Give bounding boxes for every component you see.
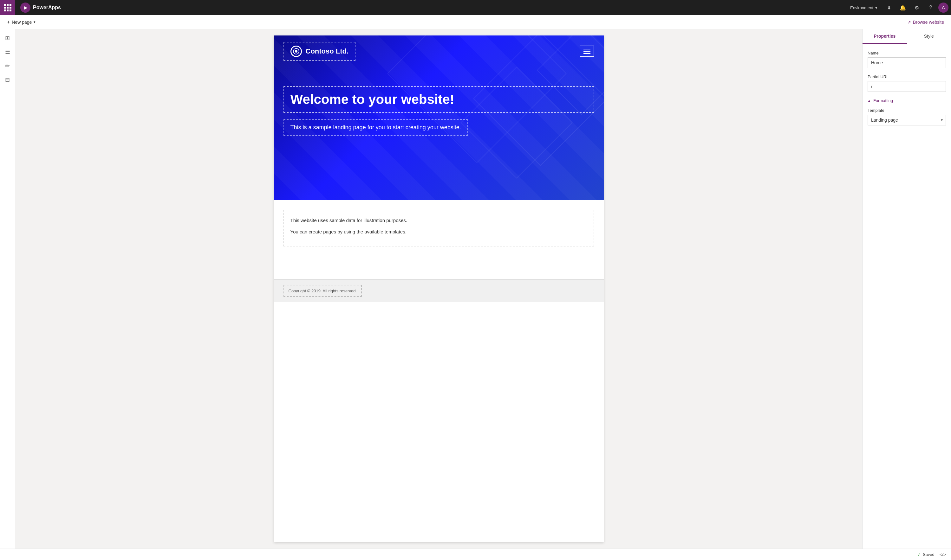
external-link-icon: ↗ (907, 20, 911, 25)
waffle-icon (4, 4, 11, 11)
hamburger-line2 (584, 51, 590, 52)
template-field-group: Template Landing page Blank FAQ Blog Con… (868, 108, 946, 125)
right-panel: Properties Style Name Partial URL ▲ Form… (862, 29, 951, 549)
data-icon: ⊟ (5, 76, 10, 83)
bell-icon: 🔔 (900, 5, 906, 11)
panel-tabs: Properties Style (863, 29, 951, 45)
waffle-button[interactable] (0, 0, 15, 15)
chevron-up-icon: ▲ (868, 99, 871, 102)
site-nav-bar: Contoso Ltd. (274, 35, 604, 67)
secondary-bar: + New page ▾ ↗ Browse website (0, 15, 951, 29)
name-label: Name (868, 51, 946, 55)
sidebar-icon-pages[interactable]: ⊞ (1, 32, 14, 45)
template-label: Template (868, 108, 946, 113)
partial-url-input[interactable] (868, 81, 946, 92)
sidebar-icon-design[interactable]: ✏ (1, 60, 14, 72)
gear-icon: ⚙ (914, 5, 919, 11)
formatting-section-header[interactable]: ▲ Formatting (868, 98, 946, 103)
components-icon: ☰ (5, 48, 10, 55)
browse-website-label: Browse website (913, 20, 944, 25)
logo-name: Contoso Ltd. (306, 47, 349, 55)
tab-style[interactable]: Style (907, 29, 951, 44)
hamburger-button[interactable] (580, 46, 594, 57)
app-name: PowerApps (33, 5, 61, 11)
left-sidebar: ⊞ ☰ ✏ ⊟ (0, 29, 15, 549)
pages-icon: ⊞ (5, 34, 10, 42)
browse-website-button[interactable]: ↗ Browse website (904, 18, 947, 27)
app-logo-icon: ▶ (20, 3, 31, 13)
status-bar: ✓ Saved </> (0, 549, 951, 560)
environment-label: Environment (850, 5, 873, 10)
content-line2: You can create pages by using the availa… (290, 228, 587, 235)
settings-button[interactable]: ⚙ (911, 1, 923, 14)
content-line1: This website uses sample data for illust… (290, 217, 587, 224)
hero-subtitle-box: This is a sample landing page for you to… (284, 119, 468, 136)
hero-title: Welcome to your website! (290, 92, 587, 107)
saved-label: Saved (923, 552, 934, 557)
download-button[interactable]: ⬇ (883, 1, 895, 14)
main-layout: ⊞ ☰ ✏ ⊟ (0, 29, 951, 549)
tab-style-label: Style (924, 34, 934, 38)
hero-subtitle: This is a sample landing page for you to… (290, 124, 461, 131)
help-button[interactable]: ? (924, 1, 937, 14)
new-page-button[interactable]: + New page ▾ (4, 17, 39, 27)
canvas-area[interactable]: Contoso Ltd. Welcome to your website! Th… (15, 29, 862, 549)
sidebar-icon-data[interactable]: ⊟ (1, 74, 14, 86)
design-icon: ✏ (5, 62, 10, 69)
tab-properties[interactable]: Properties (863, 29, 907, 44)
site-content: This website uses sample data for illust… (274, 210, 604, 279)
new-page-label: New page (12, 20, 32, 25)
app-logo: ▶ PowerApps (15, 3, 66, 13)
site-header: Contoso Ltd. Welcome to your website! Th… (274, 35, 604, 200)
hero-content: Welcome to your website! This is a sampl… (274, 67, 604, 149)
panel-body: Name Partial URL ▲ Formatting Template L… (863, 45, 951, 138)
logo-circle (290, 46, 302, 57)
template-select-wrapper: Landing page Blank FAQ Blog Contact ▾ (868, 115, 946, 125)
formatting-label: Formatting (873, 98, 893, 103)
tab-properties-label: Properties (874, 34, 895, 38)
chevron-down-icon: ▾ (875, 5, 877, 10)
partial-url-label: Partial URL (868, 74, 946, 79)
footer-copyright: Copyright © 2019. All rights reserved. (289, 289, 357, 293)
download-icon: ⬇ (887, 5, 891, 11)
name-input[interactable] (868, 57, 946, 68)
environment-selector[interactable]: Environment ▾ (846, 0, 881, 15)
notification-button[interactable]: 🔔 (897, 1, 909, 14)
check-icon: ✓ (917, 552, 921, 557)
footer-text-box: Copyright © 2019. All rights reserved. (284, 285, 362, 297)
sidebar-icon-components[interactable]: ☰ (1, 46, 14, 58)
code-editor-button[interactable]: </> (940, 552, 946, 557)
logo-box: Contoso Ltd. (284, 42, 356, 61)
partial-url-field-group: Partial URL (868, 74, 946, 92)
hamburger-line1 (584, 49, 590, 49)
hero-title-box: Welcome to your website! (284, 86, 594, 113)
top-nav-right: Environment ▾ ⬇ 🔔 ⚙ ? A (846, 0, 951, 15)
chevron-down-icon: ▾ (34, 20, 36, 24)
name-field-group: Name (868, 51, 946, 68)
help-icon: ? (929, 5, 932, 11)
avatar[interactable]: A (938, 3, 948, 13)
content-box: This website uses sample data for illust… (284, 210, 594, 246)
hamburger-line3 (584, 53, 590, 54)
template-select[interactable]: Landing page Blank FAQ Blog Contact (868, 115, 946, 125)
plus-icon: + (7, 19, 10, 25)
avatar-letter: A (942, 5, 945, 10)
canvas-wrapper: Contoso Ltd. Welcome to your website! Th… (274, 35, 604, 542)
top-nav: ▶ PowerApps Environment ▾ ⬇ 🔔 ⚙ ? A (0, 0, 951, 15)
site-footer: Copyright © 2019. All rights reserved. (274, 279, 604, 302)
saved-status: ✓ Saved (917, 552, 934, 557)
